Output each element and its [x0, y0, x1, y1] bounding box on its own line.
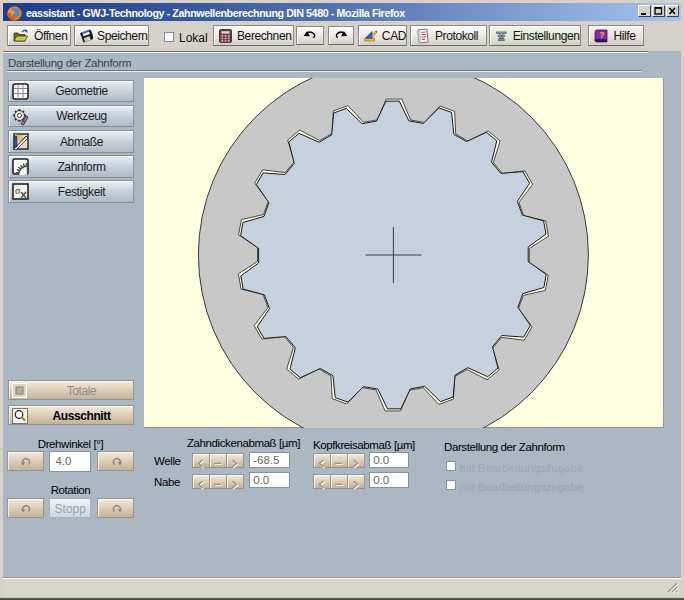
svg-text:?: ? [599, 29, 604, 39]
